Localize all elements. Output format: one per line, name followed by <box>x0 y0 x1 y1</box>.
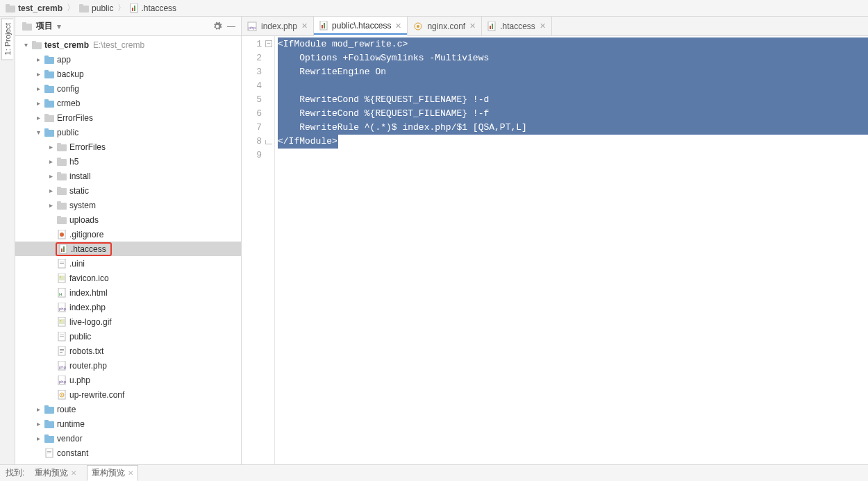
tree-item-label: .htaccess <box>69 244 106 254</box>
chevron-down-icon[interactable]: ▾ <box>33 128 43 136</box>
gutter-line-number: 8 <box>242 135 274 149</box>
chevron-right-icon[interactable]: ▸ <box>33 434 43 442</box>
tree-row[interactable]: ▾public <box>15 125 241 140</box>
chevron-down-icon[interactable]: ▾ <box>57 22 61 31</box>
tree-row[interactable]: ▸up-rewrite.conf <box>15 387 241 402</box>
tree-row[interactable]: ▸phprouter.php <box>15 358 241 373</box>
tree-row[interactable]: ▸vendor <box>15 431 241 446</box>
php-file-icon: php <box>247 22 257 31</box>
gutter-line-number: 4 <box>242 79 274 93</box>
tree-row[interactable]: ▸public <box>15 329 241 344</box>
tree-row[interactable]: ▸.uini <box>15 256 241 271</box>
tree-row[interactable]: ▸phpindex.php <box>15 300 241 314</box>
tree-row[interactable]: ▸route <box>15 402 241 416</box>
svg-rect-74 <box>47 451 51 452</box>
svg-rect-14 <box>44 70 49 73</box>
folder-icon <box>56 158 68 166</box>
fold-minus-icon[interactable]: − <box>265 40 272 47</box>
close-icon[interactable]: ✕ <box>301 22 308 31</box>
close-icon[interactable]: ✕ <box>540 22 546 31</box>
tree-row[interactable]: ▸system <box>15 198 241 212</box>
gear-icon[interactable] <box>210 19 224 33</box>
chevron-right-icon[interactable]: ▸ <box>46 187 56 194</box>
tree-row[interactable]: ▸config <box>15 81 241 96</box>
editor-code[interactable]: <IfModule mod_rewrite.c> Options +Follow… <box>275 36 868 464</box>
tree-row[interactable]: ▸ErrorFiles <box>15 140 241 154</box>
code-line[interactable]: RewriteEngine On <box>275 65 868 79</box>
tree-row[interactable]: ▸robots.txt <box>15 344 241 358</box>
tree-row[interactable]: ▸static <box>15 183 241 198</box>
chevron-right-icon[interactable]: ▸ <box>33 99 43 107</box>
svg-rect-72 <box>44 434 49 437</box>
status-tab-preview1[interactable]: 重构预览 ✕ <box>30 465 81 481</box>
tree-row[interactable]: ▸live-logo.gif <box>15 314 241 329</box>
close-icon[interactable]: ✕ <box>128 469 133 477</box>
chevron-right-icon[interactable]: ▸ <box>46 172 56 180</box>
gutter-line-number: 6 <box>242 107 274 121</box>
code-line[interactable]: RewriteCond %{REQUEST_FILENAME} !-f <box>275 107 868 121</box>
tree-item-label: .gitignore <box>68 230 103 239</box>
project-tool-tab[interactable]: 1: Project <box>1 18 13 60</box>
tree-item-label: robots.txt <box>68 346 103 356</box>
collapse-icon[interactable]: — <box>224 19 238 33</box>
tree-root[interactable]: ▾ test_cremb E:\test_cremb <box>15 37 241 52</box>
chevron-right-icon[interactable]: ▸ <box>33 405 43 413</box>
tree-item-label: public <box>68 332 91 341</box>
chevron-down-icon[interactable]: ▾ <box>21 41 31 49</box>
tree-row[interactable]: ▸favicon.ico <box>15 271 241 285</box>
tree-row[interactable]: ▸.htaccess <box>15 242 241 256</box>
breadcrumb-mid[interactable]: public <box>76 3 116 13</box>
tree-row[interactable]: ▸backup <box>15 67 241 81</box>
tree-row[interactable]: ▸constant <box>15 446 241 460</box>
chevron-right-icon[interactable]: ▸ <box>33 70 43 78</box>
tree-row[interactable]: ▸Hindex.html <box>15 285 241 300</box>
close-icon[interactable]: ✕ <box>71 469 76 477</box>
close-icon[interactable]: ✕ <box>395 22 401 31</box>
code-line[interactable] <box>275 149 868 162</box>
editor-tab[interactable]: .htaccess✕ <box>482 17 552 35</box>
tree-row[interactable]: ▸ErrorFiles <box>15 110 241 125</box>
breadcrumb-file[interactable]: .htaccess <box>127 3 179 13</box>
code-line[interactable]: RewriteRule ^(.*)$ index.php/$1 [QSA,PT,… <box>275 121 868 135</box>
tree-row[interactable]: ▸uploads <box>15 212 241 227</box>
folder-icon <box>43 114 56 122</box>
svg-text:php: php <box>249 26 256 30</box>
code-line[interactable]: Options +FollowSymlinks -Multiviews <box>275 51 868 65</box>
chevron-right-icon[interactable]: ▸ <box>33 56 43 63</box>
chevron-right-icon: ▸ <box>46 332 56 340</box>
gutter-line-number: 1− <box>242 37 274 51</box>
tree-row[interactable]: ▸phpu.php <box>15 373 241 387</box>
file-icon <box>56 332 68 341</box>
fold-end-icon[interactable] <box>265 140 272 144</box>
editor-gutter: 1−23456789 <box>242 36 275 464</box>
project-tree[interactable]: ▾ test_cremb E:\test_cremb ▸app▸backup▸c… <box>15 36 241 464</box>
status-tab-preview2[interactable]: 重构预览 ✕ <box>87 465 138 481</box>
chevron-right-icon[interactable]: ▸ <box>33 114 43 121</box>
tree-row[interactable]: ▸.gitignore <box>15 227 241 242</box>
code-line[interactable]: RewriteCond %{REQUEST_FILENAME} !-d <box>275 93 868 107</box>
editor-tab[interactable]: nginx.conf✕ <box>408 17 482 35</box>
svg-rect-18 <box>44 99 49 102</box>
svg-rect-28 <box>57 172 61 175</box>
chevron-right-icon[interactable]: ▸ <box>33 85 43 92</box>
tree-row[interactable]: ▸crmeb <box>15 96 241 110</box>
chevron-right-icon[interactable]: ▸ <box>46 158 56 165</box>
folder-icon <box>56 216 68 224</box>
tree-row[interactable]: ▸runtime <box>15 416 241 431</box>
chevron-right-icon: ▸ <box>46 303 56 311</box>
editor-tab[interactable]: public\.htaccess✕ <box>314 17 408 36</box>
chevron-right-icon[interactable]: ▸ <box>46 201 56 209</box>
chevron-right-icon[interactable]: ▸ <box>33 420 43 428</box>
svg-point-66 <box>61 394 62 396</box>
tree-row[interactable]: ▸install <box>15 169 241 183</box>
code-line[interactable]: </IfModule> <box>275 135 868 149</box>
code-line[interactable]: <IfModule mod_rewrite.c> <box>275 37 868 51</box>
chevron-right-icon[interactable]: ▸ <box>46 143 56 151</box>
close-icon[interactable]: ✕ <box>469 22 476 31</box>
tree-row[interactable]: ▸app <box>15 52 241 67</box>
tree-row[interactable]: ▸h5 <box>15 154 241 169</box>
project-panel-title: 项目 <box>36 20 53 32</box>
breadcrumb-root[interactable]: test_cremb <box>3 3 65 13</box>
editor-tab[interactable]: phpindex.php✕ <box>242 17 314 35</box>
code-line[interactable] <box>275 79 868 93</box>
